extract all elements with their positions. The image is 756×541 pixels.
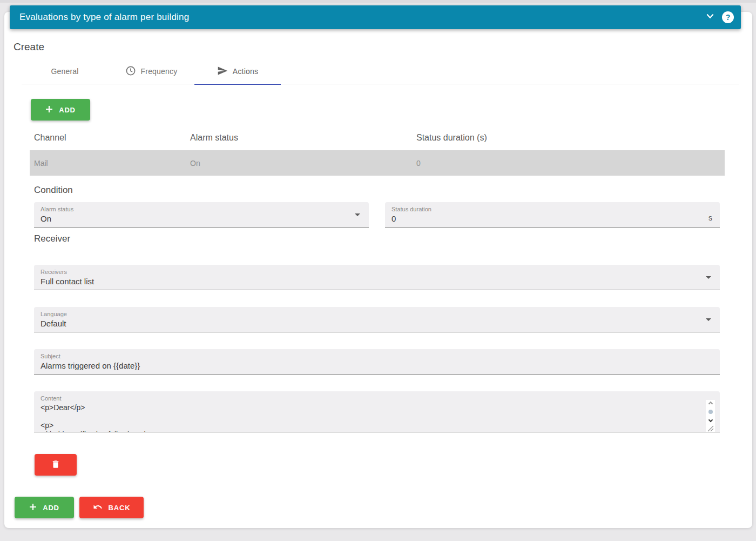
add-button[interactable]: ADD: [15, 497, 74, 518]
content-value: <p>Dear</p> <p> with this notification f…: [40, 403, 701, 432]
receivers-value: Full contact list: [40, 277, 698, 286]
tab-actions[interactable]: Actions: [194, 58, 281, 84]
undo-icon: [93, 502, 103, 513]
status-duration-suffix: s: [708, 213, 712, 222]
language-value: Default: [40, 319, 698, 328]
table-header-row: Channel Alarm status Status duration (s): [30, 125, 725, 150]
textarea-scrollbar[interactable]: [706, 400, 715, 432]
tab-general[interactable]: General: [22, 58, 108, 84]
add-action-label: ADD: [59, 106, 76, 114]
page-title: Create: [14, 41, 44, 53]
add-button-label: ADD: [43, 504, 59, 512]
scrollbar-track[interactable]: [706, 400, 715, 424]
help-button[interactable]: ?: [722, 11, 734, 23]
tab-frequency[interactable]: Frequency: [108, 58, 194, 84]
receiver-heading: Receiver: [34, 233, 70, 244]
alarm-status-select[interactable]: Alarm status On: [34, 202, 369, 228]
scrollbar-thumb[interactable]: [708, 410, 713, 414]
chevron-down-icon: [705, 11, 715, 23]
resize-grip-icon[interactable]: [706, 424, 715, 432]
col-header-channel: Channel: [30, 133, 190, 143]
add-action-button[interactable]: ADD: [31, 99, 90, 121]
panel-title: Evaluations by type of alarm per buildin…: [19, 12, 189, 23]
clock-icon: [125, 65, 136, 78]
language-label: Language: [40, 311, 698, 317]
content-card: Create General Frequency Actions: [4, 12, 752, 528]
cell-channel: Mail: [30, 159, 190, 168]
subject-value: Alarms triggered on {{date}}: [40, 361, 698, 370]
alarm-status-label: Alarm status: [40, 206, 347, 212]
back-button-label: BACK: [109, 504, 131, 512]
question-mark-icon: ?: [726, 13, 731, 22]
delete-action-button[interactable]: [35, 454, 77, 476]
alarm-status-value: On: [40, 214, 347, 223]
subject-label: Subject: [40, 353, 698, 359]
actions-table: Channel Alarm status Status duration (s)…: [30, 125, 725, 176]
dropdown-arrow-icon: [706, 318, 711, 321]
tab-general-label: General: [51, 67, 78, 76]
trash-icon: [51, 459, 60, 471]
condition-fields: Alarm status On Status duration 0 s: [34, 202, 720, 228]
tab-actions-label: Actions: [233, 67, 258, 76]
status-duration-value: 0: [392, 214, 698, 223]
condition-heading: Condition: [34, 185, 73, 196]
footer-actions: ADD BACK: [15, 497, 144, 518]
scroll-up-icon[interactable]: [708, 402, 712, 406]
dropdown-arrow-icon: [706, 276, 711, 279]
status-duration-label: Status duration: [392, 206, 698, 212]
panel-header[interactable]: Evaluations by type of alarm per buildin…: [10, 5, 741, 29]
plus-icon: [45, 105, 53, 115]
dropdown-arrow-icon: [355, 213, 360, 216]
scroll-down-icon[interactable]: [708, 418, 712, 422]
plus-icon: [29, 503, 37, 512]
language-select[interactable]: Language Default: [34, 307, 720, 332]
subject-input[interactable]: Subject Alarms triggered on {{date}}: [34, 349, 720, 375]
send-icon: [217, 65, 228, 78]
collapse-button[interactable]: [705, 11, 715, 23]
content-textarea[interactable]: Content <p>Dear</p> <p> with this notifi…: [34, 391, 720, 432]
content-label: Content: [40, 395, 701, 402]
cell-alarm-status: On: [190, 159, 416, 168]
back-button[interactable]: BACK: [79, 497, 144, 518]
status-duration-input[interactable]: Status duration 0 s: [385, 202, 720, 228]
col-header-alarm-status: Alarm status: [190, 133, 416, 143]
tab-bar: General Frequency Actions: [22, 58, 739, 84]
receivers-label: Receivers: [40, 269, 698, 275]
cell-status-duration: 0: [416, 159, 725, 168]
page-top-edge: [0, 0, 756, 3]
active-tab-underline: [194, 84, 281, 85]
col-header-status-duration: Status duration (s): [416, 133, 725, 143]
receivers-select[interactable]: Receivers Full contact list: [34, 265, 720, 290]
table-row[interactable]: Mail On 0: [30, 150, 725, 176]
tab-frequency-label: Frequency: [141, 67, 178, 76]
